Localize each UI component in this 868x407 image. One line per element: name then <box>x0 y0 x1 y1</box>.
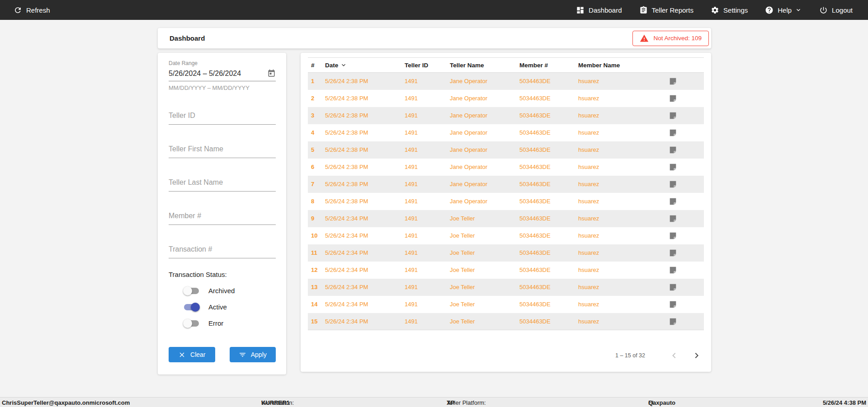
dashboard-icon <box>576 6 585 14</box>
transaction-status-label: Transaction Status: <box>169 271 276 278</box>
table-cell: hsuarez <box>578 244 669 262</box>
note-icon[interactable] <box>669 94 677 102</box>
table-cell: 5034463DE <box>519 262 578 279</box>
note-cell <box>669 262 704 279</box>
nav-item-dashboard[interactable]: Dashboard <box>576 6 622 14</box>
page-header: Dashboard Not Archived: 109 <box>158 28 711 49</box>
table-cell: 5034463DE <box>519 176 578 193</box>
nav-item-settings[interactable]: Settings <box>711 6 748 14</box>
not-archived-label: Not Archived: 109 <box>653 35 702 42</box>
table-row[interactable]: 55/26/24 2:38 PM1491Jane Operator5034463… <box>308 141 704 159</box>
calendar-button[interactable] <box>267 69 276 78</box>
table-row[interactable]: 145/26/24 2:34 PM1491Joe Teller5034463DE… <box>308 296 704 313</box>
col-header-member-name[interactable]: Member Name <box>578 58 669 73</box>
transaction-number-input[interactable] <box>169 243 276 258</box>
note-icon[interactable] <box>669 77 677 85</box>
active-switch[interactable] <box>184 304 199 310</box>
table-cell: 5034463DE <box>519 90 578 107</box>
table-row[interactable]: 75/26/24 2:38 PM1491Jane Operator5034463… <box>308 176 704 193</box>
note-icon[interactable] <box>669 318 677 325</box>
note-icon[interactable] <box>669 129 677 136</box>
main-area: Dashboard Not Archived: 109 Date Range M… <box>0 20 868 397</box>
table-cell: Jane Operator <box>450 141 519 159</box>
table-row[interactable]: 15/26/24 2:38 PM1491Jane Operator5034463… <box>308 73 704 90</box>
note-icon[interactable] <box>669 146 677 154</box>
col-header-date[interactable]: Date <box>325 58 405 73</box>
clear-button[interactable]: Clear <box>169 347 215 362</box>
toggle-error[interactable]: Error <box>169 319 276 327</box>
col-header-member-number[interactable]: Member # <box>519 58 578 73</box>
table-cell: 5034463DE <box>519 159 578 176</box>
table-cell: hsuarez <box>578 296 669 313</box>
table-row[interactable]: 155/26/24 2:34 PM1491Joe Teller5034463DE… <box>308 313 704 330</box>
table-cell: hsuarez <box>578 176 669 193</box>
nav-item-teller-reports[interactable]: Teller Reports <box>639 6 694 14</box>
error-label: Error <box>208 319 223 327</box>
chevron-down-icon <box>795 6 802 14</box>
note-icon[interactable] <box>669 215 677 222</box>
table-cell: 1491 <box>405 107 450 124</box>
clear-label: Clear <box>190 351 205 358</box>
table-cell: 5/26/24 2:38 PM <box>325 124 405 141</box>
table-row[interactable]: 35/26/24 2:38 PM1491Jane Operator5034463… <box>308 107 704 124</box>
note-icon[interactable] <box>669 232 677 239</box>
toggle-active[interactable]: Active <box>169 303 276 311</box>
table-cell: Joe Teller <box>450 313 519 330</box>
help-icon <box>765 6 774 14</box>
note-icon[interactable] <box>669 197 677 205</box>
refresh-label: Refresh <box>26 6 50 14</box>
table-cell: 9 <box>308 210 325 227</box>
previous-page-button[interactable] <box>669 350 679 361</box>
table-row[interactable]: 135/26/24 2:34 PM1491Joe Teller5034463DE… <box>308 279 704 296</box>
table-cell: 6 <box>308 159 325 176</box>
col-header-teller-id[interactable]: Teller ID <box>405 58 450 73</box>
note-icon[interactable] <box>669 300 677 308</box>
table-row[interactable]: 85/26/24 2:38 PM1491Jane Operator5034463… <box>308 193 704 210</box>
table-cell: hsuarez <box>578 227 669 244</box>
date-range-input[interactable] <box>169 70 257 78</box>
refresh-icon <box>14 6 22 14</box>
teller-id-input[interactable] <box>169 109 276 125</box>
note-cell <box>669 313 704 330</box>
toggle-archived[interactable]: Archived <box>169 287 276 295</box>
member-number-input[interactable] <box>169 209 276 225</box>
note-icon[interactable] <box>669 249 677 257</box>
table-cell: hsuarez <box>578 159 669 176</box>
table-row[interactable]: 125/26/24 2:34 PM1491Joe Teller5034463DE… <box>308 262 704 279</box>
note-icon[interactable] <box>669 283 677 291</box>
refresh-button[interactable]: Refresh <box>14 6 50 14</box>
table-row[interactable]: 65/26/24 2:38 PM1491Jane Operator5034463… <box>308 159 704 176</box>
filter-panel: Date Range MM/DD/YYYY – MM/DD/YYYY Trans… <box>158 53 286 374</box>
table-cell: hsuarez <box>578 107 669 124</box>
apply-button[interactable]: Apply <box>230 347 276 362</box>
error-switch[interactable] <box>184 320 199 327</box>
note-icon[interactable] <box>669 180 677 188</box>
table-cell: Jane Operator <box>450 90 519 107</box>
archived-switch[interactable] <box>184 288 199 294</box>
teller-last-name-input[interactable] <box>169 176 276 192</box>
table-cell: 5/26/24 2:34 PM <box>325 279 405 296</box>
table-row[interactable]: 105/26/24 2:34 PM1491Joe Teller5034463DE… <box>308 227 704 244</box>
nav-item-help[interactable]: Help <box>765 6 802 14</box>
table-cell: 1491 <box>405 176 450 193</box>
teller-first-name-input[interactable] <box>169 142 276 158</box>
transactions-table: # Date Teller ID Teller Name Member # Me… <box>308 57 704 330</box>
table-cell: 5034463DE <box>519 107 578 124</box>
note-icon[interactable] <box>669 112 677 119</box>
table-row[interactable]: 25/26/24 2:38 PM1491Jane Operator5034463… <box>308 90 704 107</box>
table-row[interactable]: 115/26/24 2:34 PM1491Joe Teller5034463DE… <box>308 244 704 262</box>
note-icon[interactable] <box>669 163 677 171</box>
table-row[interactable]: 45/26/24 2:38 PM1491Jane Operator5034463… <box>308 124 704 141</box>
table-cell: 5034463DE <box>519 227 578 244</box>
date-format-hint: MM/DD/YYYY – MM/DD/YYYY <box>169 84 276 91</box>
not-archived-badge[interactable]: Not Archived: 109 <box>632 31 709 46</box>
col-header-teller-name[interactable]: Teller Name <box>450 58 519 73</box>
table-cell: 3 <box>308 107 325 124</box>
table-cell: 11 <box>308 244 325 262</box>
next-page-button[interactable] <box>691 350 702 361</box>
table-row[interactable]: 95/26/24 2:34 PM1491Joe Teller5034463DEh… <box>308 210 704 227</box>
note-icon[interactable] <box>669 266 677 274</box>
filter-icon <box>239 351 246 359</box>
nav-item-logout[interactable]: Logout <box>819 6 853 14</box>
table-cell: hsuarez <box>578 262 669 279</box>
